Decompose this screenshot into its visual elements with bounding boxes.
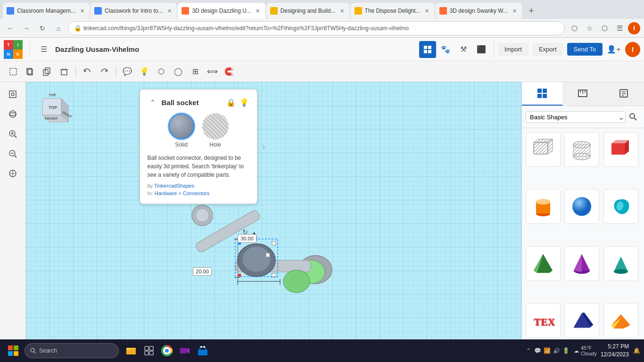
undo-button[interactable] [80, 64, 95, 79]
tab-4[interactable]: Designing and Build... ✕ [266, 3, 350, 19]
shape-item-8[interactable] [603, 246, 638, 281]
tab-6[interactable]: 3D design Swanky W... ✕ [436, 3, 522, 19]
delete-button[interactable] [57, 64, 72, 79]
dark-tool-button[interactable]: ⬛ [473, 41, 490, 58]
notification-icon[interactable]: 🔔 [633, 347, 640, 354]
tab-5[interactable]: The Dispose Delight... ✕ [351, 3, 435, 19]
zoom-out-button[interactable] [4, 145, 21, 162]
paw-view-button[interactable]: 🐾 [437, 41, 454, 58]
tab-shapes[interactable] [522, 82, 562, 106]
tab-close-6[interactable]: ✕ [511, 7, 518, 15]
tab-1[interactable]: Classroom Managem... ✕ [3, 3, 90, 19]
taskbar-store[interactable] [194, 342, 211, 359]
redo-button[interactable] [97, 64, 112, 79]
viewport[interactable]: TOP FRONT RIGHT TOP [26, 82, 521, 362]
shape-item-10[interactable] [564, 303, 599, 338]
solid-shape-button[interactable]: Solid [168, 113, 195, 148]
tab-2[interactable]: Classwork for Intro to... ✕ [91, 3, 177, 19]
extension-icon[interactable]: ⬡ [598, 22, 611, 35]
start-button[interactable] [4, 341, 23, 360]
logo-i: I [13, 40, 23, 49]
shape-button[interactable]: ⬡ [154, 64, 169, 79]
comment-button[interactable]: 💬 [120, 64, 135, 79]
shape-item-2[interactable] [603, 132, 638, 167]
shape-item-7[interactable] [564, 246, 599, 281]
shape-item-9[interactable]: TEXT [526, 303, 561, 338]
list-view-button[interactable]: ☰ [36, 42, 51, 57]
reload-button[interactable]: ↻ [36, 22, 49, 35]
tab-close-4[interactable]: ✕ [339, 7, 346, 15]
taskbar-file-explorer[interactable] [123, 342, 140, 359]
tool-view-button[interactable]: ⚒ [455, 41, 472, 58]
collapse-panel-button[interactable]: ⌃ [148, 97, 158, 107]
tab-close-3[interactable]: ✕ [254, 7, 262, 15]
tab-close-5[interactable]: ✕ [423, 7, 431, 15]
tab-title-5: The Dispose Delight... [365, 8, 421, 14]
shape-item-5[interactable] [603, 189, 638, 224]
taskbar-search-box[interactable]: Search [25, 343, 119, 358]
bulb-button[interactable]: 💡 [137, 64, 152, 79]
mirror-button[interactable]: ⟺ [205, 64, 220, 79]
tab-3[interactable]: 3D design Dazzling U... ✕ [178, 3, 265, 19]
back-button[interactable]: ← [4, 22, 17, 35]
orbit-button[interactable] [4, 106, 21, 123]
home-button[interactable]: ⌂ [52, 22, 65, 35]
tray-battery[interactable]: 🔋 [562, 347, 570, 354]
lightbulb-icon[interactable]: 💡 [239, 97, 249, 107]
svg-text:TOP: TOP [49, 93, 57, 97]
taskbar-task-view[interactable] [140, 342, 157, 359]
import-button[interactable]: Import [498, 43, 528, 56]
tab-close-2[interactable]: ✕ [165, 7, 173, 15]
profile-menu-icon[interactable]: ☰ [613, 22, 626, 35]
profile-avatar[interactable]: I [628, 22, 640, 34]
taskbar-video[interactable] [176, 342, 193, 359]
tab-bar: Classroom Managem... ✕ Classwork for Int… [0, 0, 644, 19]
tab-title-6: 3D design Swanky W... [450, 8, 508, 14]
send-to-button[interactable]: Send To [567, 43, 603, 56]
shapes-category-select[interactable]: Basic Shapes [526, 111, 626, 123]
system-clock[interactable]: 5:27 PM 12/24/2023 [601, 343, 629, 359]
author-link[interactable]: TinkercadShapes [154, 183, 194, 189]
grid-view-button[interactable] [419, 41, 436, 58]
snap-button[interactable]: 🧲 [222, 64, 237, 79]
select-button[interactable] [6, 64, 21, 79]
view-cube[interactable]: TOP FRONT RIGHT TOP [31, 87, 73, 129]
copy-button[interactable] [23, 64, 38, 79]
screen-cast-icon[interactable]: ⬡ [568, 22, 581, 35]
shape-item-11[interactable] [603, 303, 638, 338]
svg-rect-58 [537, 89, 542, 93]
lock-icon[interactable]: 🔒 [226, 97, 236, 107]
tray-chevron[interactable]: ⌃ [525, 347, 532, 354]
tab-ruler[interactable] [562, 82, 603, 106]
shape-item-4[interactable] [564, 189, 599, 224]
taskbar-chrome[interactable] [158, 342, 175, 359]
forward-button[interactable]: → [20, 22, 33, 35]
shape-item-0[interactable] [526, 132, 561, 167]
export-button[interactable]: Export [532, 43, 563, 56]
bookmark-icon[interactable]: ☆ [583, 22, 596, 35]
duplicate-button[interactable] [40, 64, 55, 79]
shapes-search-button[interactable] [626, 110, 640, 124]
user-avatar[interactable]: I [625, 42, 640, 57]
tab-close-1[interactable]: ✕ [78, 7, 86, 15]
panel-expand-arrow[interactable]: › [263, 142, 265, 152]
tray-chat[interactable]: 💬 [534, 347, 542, 354]
circle-tool[interactable]: ◯ [171, 64, 186, 79]
shape-item-6[interactable] [526, 246, 561, 281]
tray-wifi[interactable]: 📶 [544, 347, 551, 354]
fit-selection-button[interactable] [4, 165, 21, 182]
address-bar[interactable]: 🔒 tinkercad.com/things/3Jprr8TW5Hy-dazzl… [68, 21, 565, 35]
tray-sound[interactable]: 🔊 [553, 347, 561, 354]
shape-item-3[interactable] [526, 189, 561, 224]
tab-favicon-5 [355, 7, 362, 15]
new-tab-button[interactable]: + [525, 4, 538, 17]
add-user-button[interactable]: 👤+ [606, 42, 621, 57]
hole-shape-button[interactable]: Hole [202, 113, 229, 148]
align-button[interactable]: ⊞ [188, 64, 203, 79]
zoom-in-button[interactable] [4, 125, 21, 142]
tab-notes[interactable] [603, 82, 644, 106]
svg-point-94 [614, 269, 628, 274]
shape-item-1[interactable] [564, 132, 599, 167]
fit-view-button[interactable] [4, 86, 21, 103]
tinkercad-logo[interactable]: T I N K [4, 40, 23, 59]
